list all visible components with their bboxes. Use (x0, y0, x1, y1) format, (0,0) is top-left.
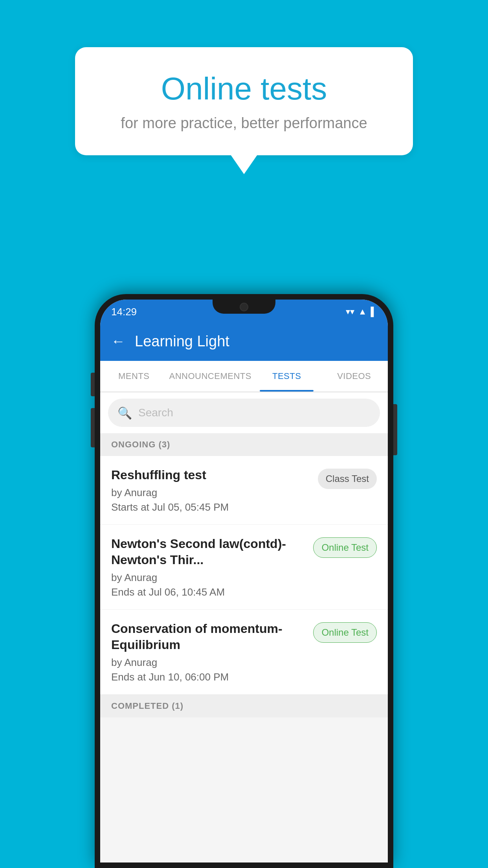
search-container: 🔍 Search (100, 392, 388, 433)
app-bar-title: Learning Light (135, 333, 229, 350)
phone-screen: 14:29 ▾▾ ▲ ▌ ← Learning Light MENTS ANNO… (100, 300, 388, 862)
phone-mockup: 14:29 ▾▾ ▲ ▌ ← Learning Light MENTS ANNO… (95, 294, 393, 868)
search-bar[interactable]: 🔍 Search (108, 399, 380, 427)
status-time: 14:29 (111, 306, 137, 318)
test-item-newton[interactable]: Newton's Second law(contd)-Newton's Thir… (100, 525, 388, 610)
tab-announcements[interactable]: ANNOUNCEMENTS (168, 361, 253, 392)
test-date-conservation: Ends at Jun 10, 06:00 PM (111, 671, 307, 683)
back-button[interactable]: ← (111, 333, 125, 349)
search-icon: 🔍 (117, 406, 132, 420)
test-author-newton: by Anurag (111, 572, 307, 584)
wifi-icon: ▾▾ (346, 307, 354, 317)
test-badge-class-reshuffling: Class Test (318, 469, 377, 489)
bubble-title: Online tests (106, 71, 382, 107)
test-info-reshuffling: Reshuffling test by Anurag Starts at Jul… (111, 467, 312, 513)
test-info-newton: Newton's Second law(contd)-Newton's Thir… (111, 536, 307, 598)
test-date-reshuffling: Starts at Jul 05, 05:45 PM (111, 501, 312, 513)
tab-videos[interactable]: VIDEOS (320, 361, 388, 392)
test-info-conservation: Conservation of momentum-Equilibrium by … (111, 621, 307, 683)
signal-icon: ▲ (358, 307, 367, 317)
phone-side-btn-volume (91, 408, 95, 447)
bubble-subtitle: for more practice, better performance (106, 115, 382, 132)
phone-side-btn-power (393, 404, 397, 455)
test-item-reshuffling[interactable]: Reshuffling test by Anurag Starts at Jul… (100, 456, 388, 525)
phone-camera (240, 303, 248, 311)
test-title-reshuffling: Reshuffling test (111, 467, 312, 484)
tab-ments[interactable]: MENTS (100, 361, 168, 392)
test-list: Reshuffling test by Anurag Starts at Jul… (100, 456, 388, 695)
test-date-newton: Ends at Jul 06, 10:45 AM (111, 586, 307, 598)
test-title-conservation: Conservation of momentum-Equilibrium (111, 621, 307, 653)
battery-icon: ▌ (371, 307, 377, 317)
test-badge-online-conservation: Online Test (313, 622, 377, 643)
test-item-conservation[interactable]: Conservation of momentum-Equilibrium by … (100, 610, 388, 695)
speech-bubble: Online tests for more practice, better p… (75, 47, 413, 155)
ongoing-section-header: ONGOING (3) (100, 433, 388, 456)
tab-tests[interactable]: TESTS (253, 361, 321, 392)
completed-section-header: COMPLETED (1) (100, 695, 388, 717)
test-title-newton: Newton's Second law(contd)-Newton's Thir… (111, 536, 307, 568)
phone-outer: 14:29 ▾▾ ▲ ▌ ← Learning Light MENTS ANNO… (95, 294, 393, 868)
search-input[interactable]: Search (138, 406, 173, 419)
test-author-conservation: by Anurag (111, 657, 307, 669)
tab-bar: MENTS ANNOUNCEMENTS TESTS VIDEOS (100, 361, 388, 392)
app-bar: ← Learning Light (100, 322, 388, 361)
phone-side-btn-mute (91, 373, 95, 396)
speech-bubble-container: Online tests for more practice, better p… (75, 47, 413, 155)
status-icons: ▾▾ ▲ ▌ (346, 307, 377, 317)
test-badge-online-newton: Online Test (313, 537, 377, 558)
phone-notch (213, 300, 275, 314)
test-author-reshuffling: by Anurag (111, 487, 312, 499)
